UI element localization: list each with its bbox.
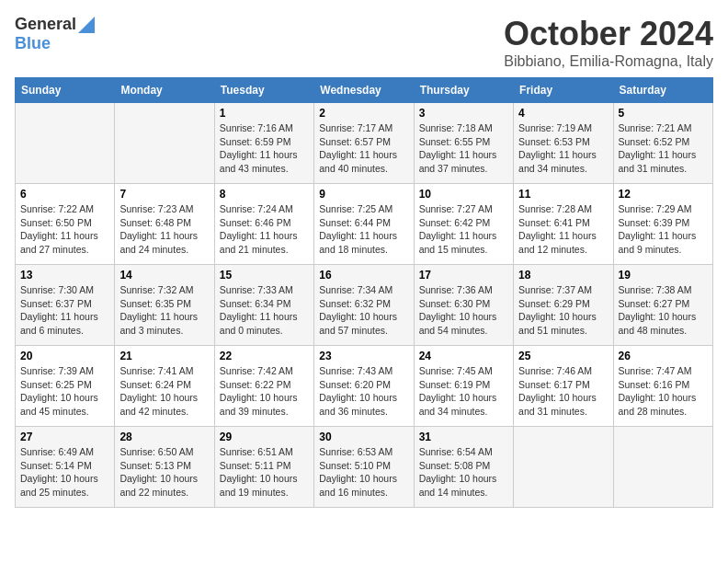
- day-info: Sunrise: 7:41 AMSunset: 6:24 PMDaylight:…: [119, 364, 209, 419]
- location-title: Bibbiano, Emilia-Romagna, Italy: [504, 53, 713, 70]
- calendar-cell: 11Sunrise: 7:28 AMSunset: 6:41 PMDayligh…: [514, 184, 613, 265]
- day-info: Sunrise: 7:25 AMSunset: 6:44 PMDaylight:…: [319, 202, 408, 257]
- day-info: Sunrise: 7:24 AMSunset: 6:46 PMDaylight:…: [220, 202, 309, 257]
- logo-blue: Blue: [15, 34, 51, 52]
- day-number: 19: [619, 269, 708, 282]
- day-number: 14: [119, 269, 209, 282]
- title-block: October 2024 Bibbiano, Emilia-Romagna, I…: [504, 15, 713, 70]
- calendar-cell: 17Sunrise: 7:36 AMSunset: 6:30 PMDayligh…: [414, 265, 513, 346]
- calendar-week-2: 6Sunrise: 7:22 AMSunset: 6:50 PMDaylight…: [16, 184, 713, 265]
- day-number: 1: [220, 107, 309, 120]
- col-monday: Monday: [115, 78, 214, 103]
- day-number: 11: [518, 188, 608, 201]
- day-info: Sunrise: 7:32 AMSunset: 6:35 PMDaylight:…: [119, 283, 209, 338]
- calendar-week-1: 1Sunrise: 7:16 AMSunset: 6:59 PMDaylight…: [16, 103, 713, 184]
- calendar-cell: 14Sunrise: 7:32 AMSunset: 6:35 PMDayligh…: [115, 265, 214, 346]
- calendar-week-3: 13Sunrise: 7:30 AMSunset: 6:37 PMDayligh…: [16, 265, 713, 346]
- calendar-cell: 25Sunrise: 7:46 AMSunset: 6:17 PMDayligh…: [514, 346, 613, 427]
- calendar-cell: 29Sunrise: 6:51 AMSunset: 5:11 PMDayligh…: [214, 427, 313, 508]
- day-info: Sunrise: 7:28 AMSunset: 6:41 PMDaylight:…: [518, 202, 608, 257]
- calendar-cell: [514, 427, 613, 508]
- logo: General Blue: [15, 15, 95, 53]
- day-number: 24: [419, 350, 508, 362]
- day-number: 18: [518, 269, 608, 282]
- day-info: Sunrise: 7:27 AMSunset: 6:42 PMDaylight:…: [419, 202, 508, 257]
- calendar-cell: 26Sunrise: 7:47 AMSunset: 6:16 PMDayligh…: [613, 346, 712, 427]
- calendar-cell: 13Sunrise: 7:30 AMSunset: 6:37 PMDayligh…: [16, 265, 115, 346]
- calendar-cell: 8Sunrise: 7:24 AMSunset: 6:46 PMDaylight…: [214, 184, 313, 265]
- day-number: 31: [419, 431, 508, 443]
- day-info: Sunrise: 7:43 AMSunset: 6:20 PMDaylight:…: [319, 364, 408, 419]
- col-wednesday: Wednesday: [314, 78, 414, 103]
- day-info: Sunrise: 7:22 AMSunset: 6:50 PMDaylight:…: [20, 202, 109, 257]
- day-number: 10: [419, 188, 508, 201]
- calendar-cell: 7Sunrise: 7:23 AMSunset: 6:48 PMDaylight…: [115, 184, 214, 265]
- day-number: 9: [319, 188, 408, 201]
- calendar-body: 1Sunrise: 7:16 AMSunset: 6:59 PMDaylight…: [16, 103, 713, 508]
- day-info: Sunrise: 7:16 AMSunset: 6:59 PMDaylight:…: [220, 121, 309, 176]
- day-number: 21: [119, 350, 209, 362]
- calendar-cell: 24Sunrise: 7:45 AMSunset: 6:19 PMDayligh…: [414, 346, 513, 427]
- day-number: 3: [419, 107, 508, 120]
- day-number: 13: [20, 269, 109, 282]
- day-info: Sunrise: 7:29 AMSunset: 6:39 PMDaylight:…: [619, 202, 708, 257]
- day-number: 20: [20, 350, 109, 362]
- calendar-cell: 30Sunrise: 6:53 AMSunset: 5:10 PMDayligh…: [314, 427, 414, 508]
- calendar-table: Sunday Monday Tuesday Wednesday Thursday…: [15, 77, 713, 508]
- page-header: General Blue October 2024 Bibbiano, Emil…: [15, 15, 713, 70]
- calendar-cell: 18Sunrise: 7:37 AMSunset: 6:29 PMDayligh…: [514, 265, 613, 346]
- day-info: Sunrise: 6:51 AMSunset: 5:11 PMDaylight:…: [220, 445, 309, 500]
- calendar-week-4: 20Sunrise: 7:39 AMSunset: 6:25 PMDayligh…: [16, 346, 713, 427]
- month-title: October 2024: [504, 15, 713, 53]
- calendar-cell: 27Sunrise: 6:49 AMSunset: 5:14 PMDayligh…: [16, 427, 115, 508]
- col-sunday: Sunday: [16, 78, 115, 103]
- day-info: Sunrise: 7:23 AMSunset: 6:48 PMDaylight:…: [119, 202, 209, 257]
- day-number: 2: [319, 107, 408, 120]
- calendar-cell: 3Sunrise: 7:18 AMSunset: 6:55 PMDaylight…: [414, 103, 513, 184]
- calendar-cell: 6Sunrise: 7:22 AMSunset: 6:50 PMDaylight…: [16, 184, 115, 265]
- day-number: 4: [518, 107, 608, 120]
- day-number: 25: [518, 350, 608, 362]
- calendar-header: Sunday Monday Tuesday Wednesday Thursday…: [16, 78, 713, 103]
- calendar-cell: 22Sunrise: 7:42 AMSunset: 6:22 PMDayligh…: [214, 346, 313, 427]
- day-number: 23: [319, 350, 408, 362]
- day-info: Sunrise: 7:46 AMSunset: 6:17 PMDaylight:…: [518, 364, 608, 419]
- day-info: Sunrise: 6:50 AMSunset: 5:13 PMDaylight:…: [119, 445, 209, 500]
- calendar-cell: 31Sunrise: 6:54 AMSunset: 5:08 PMDayligh…: [414, 427, 513, 508]
- day-number: 26: [619, 350, 708, 362]
- calendar-week-5: 27Sunrise: 6:49 AMSunset: 5:14 PMDayligh…: [16, 427, 713, 508]
- header-row: Sunday Monday Tuesday Wednesday Thursday…: [16, 78, 713, 103]
- day-number: 28: [119, 431, 209, 443]
- calendar-cell: 16Sunrise: 7:34 AMSunset: 6:32 PMDayligh…: [314, 265, 414, 346]
- day-info: Sunrise: 7:34 AMSunset: 6:32 PMDaylight:…: [319, 283, 408, 338]
- day-info: Sunrise: 7:42 AMSunset: 6:22 PMDaylight:…: [220, 364, 309, 419]
- day-number: 29: [220, 431, 309, 443]
- day-info: Sunrise: 6:53 AMSunset: 5:10 PMDaylight:…: [319, 445, 408, 500]
- col-tuesday: Tuesday: [214, 78, 313, 103]
- logo-icon: [78, 17, 95, 33]
- day-number: 17: [419, 269, 508, 282]
- calendar-cell: [115, 103, 214, 184]
- calendar-cell: 5Sunrise: 7:21 AMSunset: 6:52 PMDaylight…: [613, 103, 712, 184]
- calendar-cell: 15Sunrise: 7:33 AMSunset: 6:34 PMDayligh…: [214, 265, 313, 346]
- calendar-cell: 21Sunrise: 7:41 AMSunset: 6:24 PMDayligh…: [115, 346, 214, 427]
- calendar-cell: [16, 103, 115, 184]
- day-info: Sunrise: 7:37 AMSunset: 6:29 PMDaylight:…: [518, 283, 608, 338]
- day-info: Sunrise: 7:38 AMSunset: 6:27 PMDaylight:…: [619, 283, 708, 338]
- calendar-cell: 10Sunrise: 7:27 AMSunset: 6:42 PMDayligh…: [414, 184, 513, 265]
- day-number: 8: [220, 188, 309, 201]
- day-info: Sunrise: 7:47 AMSunset: 6:16 PMDaylight:…: [619, 364, 708, 419]
- day-info: Sunrise: 6:54 AMSunset: 5:08 PMDaylight:…: [419, 445, 508, 500]
- calendar-cell: 1Sunrise: 7:16 AMSunset: 6:59 PMDaylight…: [214, 103, 313, 184]
- day-info: Sunrise: 7:21 AMSunset: 6:52 PMDaylight:…: [619, 121, 708, 176]
- day-info: Sunrise: 6:49 AMSunset: 5:14 PMDaylight:…: [20, 445, 109, 500]
- calendar-cell: [613, 427, 712, 508]
- col-friday: Friday: [514, 78, 613, 103]
- day-info: Sunrise: 7:17 AMSunset: 6:57 PMDaylight:…: [319, 121, 408, 176]
- day-number: 27: [20, 431, 109, 443]
- day-info: Sunrise: 7:39 AMSunset: 6:25 PMDaylight:…: [20, 364, 109, 419]
- day-number: 5: [619, 107, 708, 120]
- day-number: 22: [220, 350, 309, 362]
- day-number: 7: [119, 188, 209, 201]
- calendar-cell: 23Sunrise: 7:43 AMSunset: 6:20 PMDayligh…: [314, 346, 414, 427]
